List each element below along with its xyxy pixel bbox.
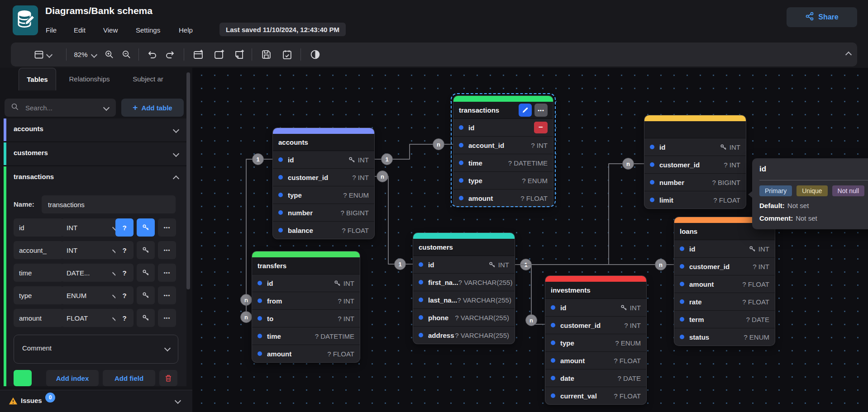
field-type-select[interactable]: FLOAT	[61, 309, 122, 327]
delete-table-button[interactable]	[159, 370, 177, 386]
field-primary-key-toggle[interactable]	[137, 241, 155, 259]
table-field-row[interactable]: date? DATE	[545, 369, 646, 387]
menu-view[interactable]: View	[103, 26, 118, 34]
table-field-row[interactable]: rate? FLOAT	[674, 293, 775, 311]
field-nullable-toggle[interactable]: ?	[115, 264, 134, 282]
issues-bar[interactable]: Issues 0	[0, 390, 192, 412]
table-field-row[interactable]: idINT	[273, 151, 374, 169]
table-field-row[interactable]: phone? VARCHAR(255)	[413, 309, 515, 327]
table-field-row[interactable]: account_id? INT	[453, 137, 553, 154]
field-nullable-toggle[interactable]: ?	[115, 286, 134, 304]
field-nullable-toggle[interactable]: ?	[115, 218, 134, 237]
table-title-row[interactable]: accounts	[273, 134, 374, 151]
menu-file[interactable]: File	[46, 26, 57, 34]
tab-subject-areas[interactable]: Subject ar	[123, 68, 173, 90]
field-name-input[interactable]: id	[14, 218, 63, 237]
table-field-row[interactable]: current_val? FLOAT	[545, 387, 646, 404]
transactions-label[interactable]: transactions	[14, 173, 54, 180]
delete-field-button[interactable]: −	[534, 122, 548, 133]
field-type-select[interactable]: INT	[61, 241, 122, 259]
table-field-row[interactable]: balance? FLOAT	[273, 222, 374, 239]
field-name-input[interactable]: account_	[14, 241, 63, 259]
field-more-options-button[interactable]: •••	[158, 264, 176, 282]
table-field-row[interactable]: amount? FLOAT	[674, 275, 775, 293]
field-more-options-button[interactable]: •••	[158, 309, 176, 327]
menu-edit[interactable]: Edit	[74, 26, 86, 34]
diagram-table-transfers[interactable]: transfersidINTfrom? INTto? INTtime? DATE…	[252, 251, 360, 362]
diagram-table-customers[interactable]: customersidINTfirst_na...? VARCHAR(255)l…	[413, 233, 515, 344]
table-field-row[interactable]: idINT	[545, 299, 646, 317]
tab-relationships[interactable]: Relationships	[61, 68, 118, 90]
field-primary-key-toggle[interactable]	[137, 218, 155, 237]
comment-collapsible[interactable]: Comment	[14, 335, 178, 364]
add-field-button[interactable]: Add field	[103, 370, 155, 386]
table-field-row[interactable]: customer_id? INT	[545, 317, 646, 334]
redo-button[interactable]	[161, 43, 179, 66]
search-input[interactable]: Search...	[5, 99, 116, 117]
add-index-button[interactable]: Add index	[46, 370, 99, 386]
chevron-down-icon[interactable]	[175, 398, 181, 404]
table-title-row[interactable]: investments	[545, 282, 646, 299]
undo-button[interactable]	[143, 43, 161, 66]
field-type-select[interactable]: ENUM	[61, 286, 122, 304]
field-more-options-button[interactable]: •••	[158, 218, 176, 237]
table-title-row[interactable]: transfers	[252, 257, 360, 275]
field-type-select[interactable]: INT	[61, 218, 122, 237]
table-more-options-button[interactable]: •••	[534, 104, 548, 117]
table-title-row[interactable]: transactions•••	[453, 102, 553, 119]
field-primary-key-toggle[interactable]	[137, 286, 155, 304]
save-button[interactable]	[256, 43, 276, 66]
table-field-row[interactable]: customer_id? INT	[273, 169, 374, 186]
table-field-row[interactable]: idINT	[644, 138, 746, 156]
diagram-canvas[interactable]: 1nn11nn1nnn accountsidINTcustomer_id? IN…	[192, 68, 868, 412]
field-primary-key-toggle[interactable]	[137, 264, 155, 282]
table-field-row[interactable]: type? ENUM	[273, 186, 374, 204]
tab-tables[interactable]: Tables	[19, 68, 56, 90]
field-more-options-button[interactable]: •••	[158, 241, 176, 259]
table-field-row[interactable]: term? DATE	[674, 311, 775, 328]
sidebar-scrollbar[interactable]	[186, 72, 190, 289]
table-field-row[interactable]: first_na...? VARCHAR(255)	[413, 274, 515, 291]
field-name-input[interactable]: type	[14, 286, 63, 304]
table-field-row[interactable]: customer_id? INT	[674, 258, 775, 275]
diagram-table-loans[interactable]: loansidINTcustomer_id? INTamount? FLOATr…	[674, 217, 775, 346]
field-name-input[interactable]: time	[14, 264, 63, 282]
todo-button[interactable]	[277, 43, 297, 66]
table-field-row[interactable]: limit? FLOAT	[644, 191, 746, 208]
app-logo-database-pencil-icon[interactable]	[13, 5, 38, 35]
diagram-table-hidden[interactable]: idINTcustomer_id? INTnumber? BIGINTlimit…	[644, 115, 746, 208]
table-field-row[interactable]: amount? FLOAT	[252, 345, 360, 362]
table-field-row[interactable]: idINT	[674, 240, 775, 258]
table-field-row[interactable]: last_na...? VARCHAR(255)	[413, 291, 515, 309]
table-field-row[interactable]: amount? FLOAT	[545, 352, 646, 369]
table-field-row[interactable]: status? ENUM	[674, 328, 775, 346]
sidebar-item-accounts[interactable]: accounts	[4, 118, 186, 141]
field-type-select[interactable]: DATE...	[61, 264, 122, 282]
field-primary-key-toggle[interactable]	[137, 309, 155, 327]
share-button[interactable]: Share	[787, 7, 857, 27]
zoom-out-button[interactable]	[118, 43, 135, 66]
collapse-toolbar-button[interactable]	[840, 43, 857, 66]
table-title-row[interactable]: customers	[413, 239, 515, 256]
table-name-input[interactable]: transactions	[42, 195, 176, 213]
add-table-button[interactable]: + Add table	[121, 99, 184, 117]
edit-table-button[interactable]	[519, 104, 532, 117]
diagram-table-transactions[interactable]: transactions•••id−account_id? INTtime? D…	[453, 96, 553, 207]
menu-settings[interactable]: Settings	[136, 26, 160, 34]
theme-contrast-button[interactable]	[305, 43, 325, 66]
table-field-row[interactable]: amount? FLOAT	[453, 189, 553, 207]
table-field-row[interactable]: id−	[453, 119, 553, 137]
field-more-options-button[interactable]: •••	[158, 286, 176, 304]
table-field-row[interactable]: time? DATETIME	[252, 327, 360, 345]
add-note-tool-button[interactable]	[229, 43, 249, 66]
field-nullable-toggle[interactable]: ?	[115, 309, 134, 327]
table-field-row[interactable]: type? ENUM	[545, 334, 646, 352]
view-mode-button[interactable]	[33, 43, 52, 66]
table-title-row[interactable]	[644, 121, 746, 138]
relationship-line[interactable]	[374, 176, 413, 264]
zoom-level-dropdown[interactable]: 82%	[71, 43, 100, 66]
table-field-row[interactable]: idINT	[252, 275, 360, 292]
table-field-row[interactable]: number? BIGINT	[273, 204, 374, 222]
relationship-line[interactable]	[609, 164, 644, 265]
table-field-row[interactable]: time? DATETIME	[453, 154, 553, 172]
